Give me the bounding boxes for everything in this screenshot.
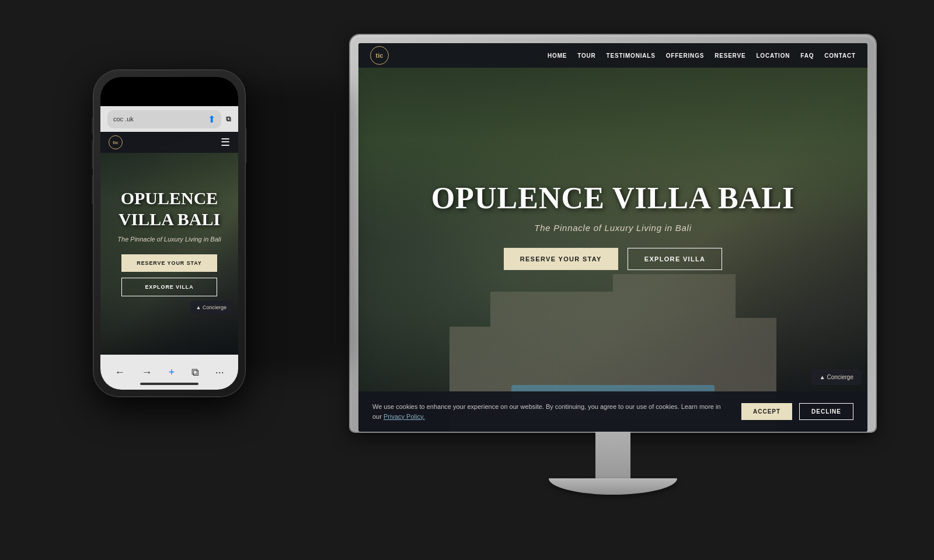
desktop-monitor: tic HOME TOUR TESTIMONIALS OFFERINGS RES… (350, 35, 876, 490)
cookie-text: We use cookies to enhance your experienc… (372, 402, 730, 421)
mobile-phone: coc .uk ⬆ ⧉ tic ☰ (93, 70, 245, 397)
cookie-buttons: ACCEPT DECLINE (741, 403, 853, 420)
monitor-stand-neck (595, 432, 630, 478)
phone-concierge-button[interactable]: ▲ Concierge (190, 301, 232, 314)
phone-hero-content: OPULENCE VILLA BALI The Pinnacle of Luxu… (100, 188, 238, 296)
desktop-hero-title: OPULENCE VILLA BALI (409, 181, 817, 215)
phone-browser-bar: coc .uk ⬆ ⧉ (100, 106, 238, 132)
cookie-privacy-link[interactable]: Privacy Policy. (384, 413, 425, 420)
phone-url-bar[interactable]: coc .uk ⬆ (107, 110, 221, 128)
phone-share-icon[interactable]: ⬆ (208, 114, 215, 125)
monitor-screen: tic HOME TOUR TESTIMONIALS OFFERINGS RES… (358, 43, 867, 432)
phone-home-indicator (140, 383, 198, 385)
desktop-explore-button[interactable]: EXPLORE VILLA (628, 248, 723, 270)
dynamic-island (143, 84, 196, 100)
phone-hero-bg: tic ☰ OPULENCE VILLA BALI The Pinnacle o… (100, 132, 238, 355)
phone-nav-logo: tic (109, 135, 123, 149)
phone-tabs-button[interactable]: ⧉ (191, 366, 199, 379)
nav-testimonials[interactable]: TESTIMONIALS (607, 52, 656, 59)
nav-logo: tic (370, 46, 389, 65)
desktop-nav: tic HOME TOUR TESTIMONIALS OFFERINGS RES… (358, 43, 867, 68)
nav-links: HOME TOUR TESTIMONIALS OFFERINGS RESERVE… (548, 52, 856, 59)
cookie-accept-button[interactable]: ACCEPT (741, 403, 792, 420)
phone-frame: coc .uk ⬆ ⧉ tic ☰ (93, 70, 245, 397)
main-scene: tic HOME TOUR TESTIMONIALS OFFERINGS RES… (58, 23, 876, 537)
phone-nav: tic ☰ (100, 132, 238, 153)
phone-forward-button[interactable]: → (141, 366, 152, 379)
phone-power-button (245, 128, 247, 163)
nav-home[interactable]: HOME (548, 52, 567, 59)
cookie-decline-button[interactable]: DECLINE (799, 403, 853, 420)
monitor-frame: tic HOME TOUR TESTIMONIALS OFFERINGS RES… (350, 35, 876, 432)
phone-add-tab-button[interactable]: + (169, 366, 175, 379)
desktop-hero-buttons: RESERVE YOUR STAY EXPLORE VILLA (409, 248, 817, 270)
phone-back-button[interactable]: ← (114, 366, 125, 379)
phone-reserve-button[interactable]: RESERVE YOUR STAY (121, 254, 217, 272)
phone-menu-icon[interactable]: ☰ (221, 136, 230, 149)
nav-contact[interactable]: CONTACT (824, 52, 856, 59)
cookie-banner: We use cookies to enhance your experienc… (358, 391, 867, 432)
phone-explore-button[interactable]: EXPLORE VILLA (121, 278, 217, 296)
desktop-hero-subtitle: The Pinnacle of Luxury Living in Bali (409, 223, 817, 233)
phone-screen: coc .uk ⬆ ⧉ tic ☰ (100, 77, 238, 390)
nav-reserve[interactable]: RESERVE (715, 52, 745, 59)
phone-hero-title: OPULENCE VILLA BALI (110, 188, 229, 230)
nav-location[interactable]: LOCATION (756, 52, 790, 59)
phone-tabs-icon[interactable]: ⧉ (226, 115, 231, 123)
desktop-hero-content: OPULENCE VILLA BALI The Pinnacle of Luxu… (409, 181, 817, 270)
phone-website: tic ☰ OPULENCE VILLA BALI The Pinnacle o… (100, 132, 238, 355)
nav-faq[interactable]: FAQ (800, 52, 814, 59)
nav-offerings[interactable]: OFFERINGS (666, 52, 705, 59)
desktop-concierge-button[interactable]: ▲ Concierge (811, 369, 862, 385)
phone-more-button[interactable]: ··· (215, 366, 224, 379)
nav-tour[interactable]: TOUR (577, 52, 595, 59)
phone-url-text: coc .uk (113, 116, 134, 123)
monitor-stand-base (549, 478, 677, 495)
desktop-reserve-button[interactable]: RESERVE YOUR STAY (504, 248, 618, 270)
desktop-hero: OPULENCE VILLA BALI The Pinnacle of Luxu… (358, 43, 867, 432)
phone-hero-subtitle: The Pinnacle of Luxury Living in Bali (110, 236, 229, 243)
